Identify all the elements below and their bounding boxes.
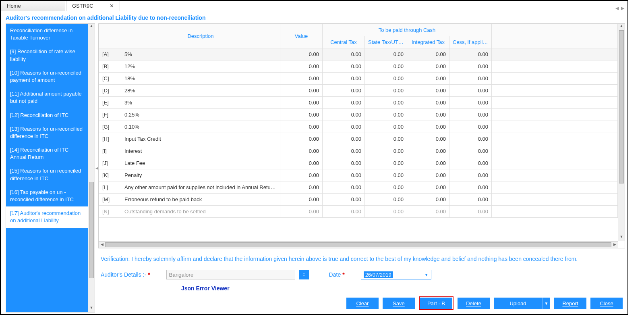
sidebar-item[interactable]: [13] Reasons for un-reconcilied differen… [6,122,88,143]
splitter-handle[interactable]: ◂ [95,23,98,313]
col-integrated-tax[interactable]: Integrated Tax [407,36,449,48]
cell-cess[interactable]: 0.00 [449,109,492,121]
cell-itax[interactable]: 0.00 [407,48,449,60]
table-row[interactable]: [L]Any other amount paid for supplies no… [99,181,618,194]
sidebar-scrollbar[interactable]: ▲ ▼ [88,23,95,313]
table-row[interactable]: [D]28%0.000.000.000.000.00 [99,85,618,97]
cell-value[interactable]: 0.00 [280,145,323,157]
table-row[interactable]: [N]Outstanding demands to be settled0.00… [99,206,618,218]
cell-ctax[interactable]: 0.00 [323,121,365,133]
cell-ctax[interactable]: 0.00 [323,169,365,181]
report-button[interactable]: Report [554,298,586,309]
sidebar-item[interactable]: [12] Reconciliation of ITC [6,108,88,122]
scroll-left-icon[interactable]: ◀ [99,242,105,248]
tab-gstr9c[interactable]: GSTR9C ✕ [66,0,120,11]
cell-value[interactable]: 0.00 [280,206,323,218]
cell-stax[interactable]: 0.00 [365,85,407,97]
cell-cess[interactable]: 0.00 [449,121,492,133]
auditor-details-input[interactable] [166,270,295,279]
cell-value[interactable]: 0.00 [280,73,323,85]
cell-stax[interactable]: 0.00 [365,97,407,109]
cell-cess[interactable]: 0.00 [449,206,492,218]
cell-ctax[interactable]: 0.00 [323,85,365,97]
delete-button[interactable]: Delete [458,298,490,309]
cell-ctax[interactable]: 0.00 [323,133,365,145]
table-row[interactable]: [B]12%0.000.000.000.000.00 [99,60,618,73]
cell-value[interactable]: 0.00 [280,109,323,121]
col-value[interactable]: Value [280,24,323,48]
col-state-tax[interactable]: State Tax/UT Tax [365,36,407,48]
scroll-right-icon[interactable]: ▶ [611,242,618,248]
cell-value[interactable]: 0.00 [280,48,323,60]
cell-stax[interactable]: 0.00 [365,121,407,133]
col-central-tax[interactable]: Central Tax [323,36,365,48]
cell-stax[interactable]: 0.00 [365,133,407,145]
cell-cess[interactable]: 0.00 [449,48,492,60]
cell-stax[interactable]: 0.00 [365,145,407,157]
cell-stax[interactable]: 0.00 [365,181,407,194]
cell-stax[interactable]: 0.00 [365,109,407,121]
cell-itax[interactable]: 0.00 [407,97,449,109]
close-icon[interactable]: ✕ [110,3,114,9]
upload-button[interactable]: Upload [494,298,542,309]
sidebar-item[interactable]: Reconciliation difference in Taxable Tur… [6,24,88,45]
cell-stax[interactable]: 0.00 [365,157,407,169]
cell-ctax[interactable]: 0.00 [323,157,365,169]
sidebar-item[interactable]: [16] Tax payable on un - reconciled diff… [6,185,88,206]
cell-itax[interactable]: 0.00 [407,206,449,218]
tab-home[interactable]: Home [1,0,65,11]
col-cess[interactable]: Cess, if applicable [449,36,492,48]
cell-cess[interactable]: 0.00 [449,85,492,97]
cell-value[interactable]: 0.00 [280,194,323,206]
cell-cess[interactable]: 0.00 [449,133,492,145]
tab-nav-right-icon[interactable]: ▶ [621,6,624,11]
cell-itax[interactable]: 0.00 [407,133,449,145]
cell-cess[interactable]: 0.00 [449,97,492,109]
cell-itax[interactable]: 0.00 [407,60,449,73]
cell-ctax[interactable]: 0.00 [323,206,365,218]
table-row[interactable]: [H]Input Tax Credit0.000.000.000.000.00 [99,133,618,145]
cell-ctax[interactable]: 0.00 [323,181,365,194]
cell-ctax[interactable]: 0.00 [323,109,365,121]
scroll-up-icon[interactable]: ▲ [618,24,625,30]
table-row[interactable]: [J]Late Fee0.000.000.000.000.00 [99,157,618,169]
cell-value[interactable]: 0.00 [280,97,323,109]
table-row[interactable]: [F]0.25%0.000.000.000.000.00 [99,109,618,121]
cell-value[interactable]: 0.00 [280,157,323,169]
cell-stax[interactable]: 0.00 [365,60,407,73]
table-row[interactable]: [E]3%0.000.000.000.000.00 [99,97,618,109]
tab-nav-left-icon[interactable]: ◀ [615,6,619,11]
table-row[interactable]: [G]0.10%0.000.000.000.000.00 [99,121,618,133]
cell-ctax[interactable]: 0.00 [323,145,365,157]
cell-stax[interactable]: 0.00 [365,194,407,206]
table-row[interactable]: [K]Penalty0.000.000.000.000.00 [99,169,618,181]
cell-value[interactable]: 0.00 [280,169,323,181]
cell-value[interactable]: 0.00 [280,121,323,133]
scroll-thumb[interactable] [619,30,624,183]
scroll-down-icon[interactable]: ▼ [618,235,625,241]
sidebar-item[interactable]: [10] Reasons for un-reconciled payment o… [6,66,88,87]
sidebar-item[interactable]: [14] Reconciliation of ITC Annual Return [6,143,88,164]
clear-button[interactable]: Clear [346,298,379,309]
cell-cess[interactable]: 0.00 [449,194,492,206]
cell-cess[interactable]: 0.00 [449,157,492,169]
sidebar-item[interactable]: [11] Additional amount payable but not p… [6,87,88,108]
cell-ctax[interactable]: 0.00 [323,194,365,206]
cell-itax[interactable]: 0.00 [407,109,449,121]
cell-ctax[interactable]: 0.00 [323,97,365,109]
cell-itax[interactable]: 0.00 [407,145,449,157]
part-b-button[interactable]: Part - B [420,298,452,309]
date-input[interactable]: 26/07/2019 ▼ [361,270,431,279]
dropdown-icon[interactable]: ▼ [425,273,429,277]
cell-cess[interactable]: 0.00 [449,169,492,181]
cell-stax[interactable]: 0.00 [365,206,407,218]
json-error-viewer-link[interactable]: Json Error Viewer [181,285,230,292]
table-row[interactable]: [A]5%0.000.000.000.000.00 [99,48,618,60]
cell-itax[interactable]: 0.00 [407,121,449,133]
cell-value[interactable]: 0.00 [280,85,323,97]
save-button[interactable]: Save [383,298,415,309]
table-row[interactable]: [C]18%0.000.000.000.000.00 [99,73,618,85]
cell-value[interactable]: 0.00 [280,60,323,73]
auditor-lookup-button[interactable]: : [299,270,309,279]
cell-ctax[interactable]: 0.00 [323,73,365,85]
